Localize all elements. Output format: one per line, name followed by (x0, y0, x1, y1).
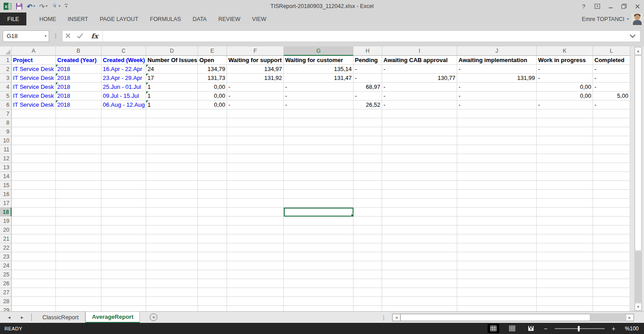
cell-L7[interactable] (593, 109, 630, 118)
cell-H19[interactable] (354, 217, 382, 225)
cell-E17[interactable] (198, 199, 227, 208)
account-area[interactable]: Emre TOPTANCI ▾ (582, 13, 644, 25)
cell-B4[interactable]: 2018 (56, 83, 101, 92)
cell-D17[interactable] (146, 199, 198, 208)
cell-F8[interactable] (227, 118, 284, 127)
row-header-7[interactable]: 7 (0, 109, 12, 118)
cell-K26[interactable] (537, 279, 593, 288)
cell-D28[interactable] (146, 297, 198, 306)
cell-C15[interactable] (101, 181, 146, 190)
cell-J3[interactable]: 131,99 (457, 74, 537, 83)
scroll-right-icon[interactable]: ► (626, 314, 634, 321)
cell-F14[interactable] (227, 172, 284, 181)
cell-J13[interactable] (457, 163, 537, 172)
cell-B26[interactable] (56, 279, 101, 288)
cell-H7[interactable] (354, 109, 382, 118)
cell-E2[interactable]: 134,79 (198, 65, 227, 74)
row-header-24[interactable]: 24 (0, 261, 12, 270)
row-header-22[interactable]: 22 (0, 243, 12, 252)
row-header-17[interactable]: 17 (0, 199, 12, 208)
cell-K20[interactable] (537, 225, 593, 234)
row-header-10[interactable]: 10 (0, 136, 12, 145)
cell-E10[interactable] (198, 136, 227, 145)
cell-H22[interactable] (354, 243, 382, 252)
cell-L14[interactable] (593, 172, 630, 181)
cell-E9[interactable] (198, 127, 227, 136)
cell-J28[interactable] (457, 297, 537, 306)
cell-I20[interactable] (382, 225, 457, 234)
restore-icon[interactable] (617, 0, 631, 13)
name-box-caret-icon[interactable]: ▾ (45, 34, 46, 38)
row-header-23[interactable]: 23 (0, 252, 12, 261)
cell-B11[interactable] (56, 145, 101, 154)
cell-B16[interactable] (56, 190, 101, 199)
cell-E3[interactable]: 131,73 (198, 74, 227, 83)
cell-F3[interactable]: 131,92 (227, 74, 284, 83)
horizontal-scrollbar-thumb[interactable] (400, 314, 590, 321)
scroll-down-icon[interactable]: ▼ (635, 303, 642, 311)
cell-G23[interactable] (284, 252, 354, 261)
cell-I9[interactable] (382, 127, 457, 136)
cell-I17[interactable] (382, 199, 457, 208)
cell-J8[interactable] (457, 118, 537, 127)
cell-C9[interactable] (101, 127, 146, 136)
cell-A19[interactable] (12, 217, 56, 225)
row-header-4[interactable]: 4 (0, 83, 12, 92)
cell-C29[interactable] (101, 306, 146, 311)
cell-L6[interactable]: - (593, 100, 630, 109)
cell-I18[interactable] (382, 208, 457, 217)
cell-C4[interactable]: 25.Jun - 01.Jul (101, 83, 146, 92)
cell-K1[interactable]: Work in progress (537, 56, 593, 65)
cell-K15[interactable] (537, 181, 593, 190)
cell-G4[interactable]: - (284, 83, 354, 92)
cell-G16[interactable] (284, 190, 354, 199)
cell-I15[interactable] (382, 181, 457, 190)
cell-F13[interactable] (227, 163, 284, 172)
cell-C14[interactable] (101, 172, 146, 181)
row-header-1[interactable]: 1 (0, 56, 12, 65)
cell-H4[interactable]: 68,97 (354, 83, 382, 92)
cell-G7[interactable] (284, 109, 354, 118)
cell-L23[interactable] (593, 252, 630, 261)
row-header-9[interactable]: 9 (0, 127, 12, 136)
cell-A17[interactable] (12, 199, 56, 208)
scroll-left-icon[interactable]: ◄ (392, 314, 400, 321)
cell-J6[interactable]: - (457, 100, 537, 109)
cell-G20[interactable] (284, 225, 354, 234)
cell-G10[interactable] (284, 136, 354, 145)
cell-C16[interactable] (101, 190, 146, 199)
next-sheet-icon[interactable]: ► (20, 315, 24, 320)
cell-B12[interactable] (56, 154, 101, 163)
cell-A10[interactable] (12, 136, 56, 145)
cell-G19[interactable] (284, 217, 354, 225)
page-break-preview-icon[interactable] (525, 324, 537, 333)
cell-D8[interactable] (146, 118, 198, 127)
cell-D22[interactable] (146, 243, 198, 252)
row-header-28[interactable]: 28 (0, 297, 12, 306)
row-header-8[interactable]: 8 (0, 118, 12, 127)
cell-K6[interactable]: - (537, 100, 593, 109)
cell-J5[interactable]: - (457, 92, 537, 100)
undo-icon[interactable]: ↶ ▾ (27, 3, 35, 10)
cell-J16[interactable] (457, 190, 537, 199)
cell-D23[interactable] (146, 252, 198, 261)
cell-H23[interactable] (354, 252, 382, 261)
save-icon[interactable] (16, 3, 23, 10)
cell-I29[interactable] (382, 306, 457, 311)
column-header-D[interactable]: D (146, 46, 198, 56)
cell-A16[interactable] (12, 190, 56, 199)
ribbon-tab-page-layout[interactable]: PAGE LAYOUT (94, 13, 144, 25)
select-all-button[interactable] (0, 46, 12, 56)
sheet-tab-averagereport[interactable]: AverageReport (85, 312, 140, 323)
cell-C19[interactable] (101, 217, 146, 225)
cell-E26[interactable] (198, 279, 227, 288)
cell-K4[interactable]: 0,00 (537, 83, 593, 92)
cell-I19[interactable] (382, 217, 457, 225)
cell-F27[interactable] (227, 288, 284, 297)
cell-H26[interactable] (354, 279, 382, 288)
cell-J2[interactable]: - (457, 65, 537, 74)
cell-F10[interactable] (227, 136, 284, 145)
cell-H3[interactable]: - (354, 74, 382, 83)
cell-D14[interactable] (146, 172, 198, 181)
cell-E28[interactable] (198, 297, 227, 306)
